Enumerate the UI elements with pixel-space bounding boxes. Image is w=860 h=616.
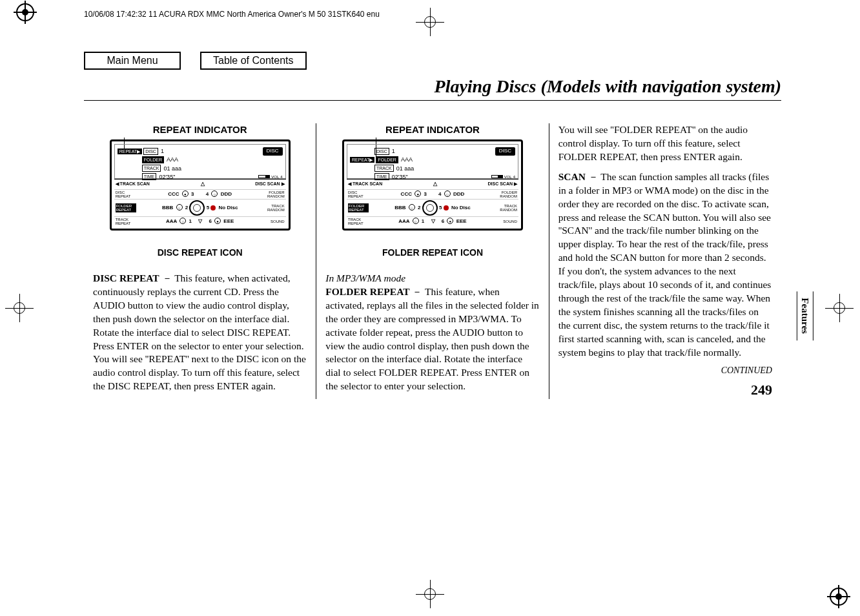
num-circle-icon: ○ <box>176 204 183 210</box>
disc-repeat-label: DISC REPEAT <box>116 190 136 198</box>
track-scan-label: TRACK SCAN <box>348 181 382 188</box>
continued-label: CONTINUED <box>558 365 772 377</box>
track-value: 01 aaa <box>396 165 415 172</box>
document-header: 10/06/08 17:42:32 11 ACURA RDX MMC North… <box>84 10 380 19</box>
repeat-indicator-label-2: REPEAT INDICATOR <box>325 123 539 136</box>
num-circle-icon: ● <box>182 190 189 197</box>
folder-repeat-icon-label: FOLDER REPEAT ICON <box>325 247 539 259</box>
ccc-label: CCC <box>168 191 179 197</box>
track-repeat-label: TRACK REPEAT <box>348 218 369 225</box>
folder-random-label: FOLDER RANDOM <box>264 190 285 198</box>
no-disc-label: No Disc <box>219 205 238 210</box>
page-number: 249 <box>558 380 772 400</box>
volume-bar-icon <box>491 175 503 178</box>
repeat-badge: REPEAT▶ <box>350 157 375 163</box>
no-disc-dot-icon <box>444 205 449 210</box>
num-circle-icon: ● <box>214 218 221 224</box>
ccc-label: CCC <box>401 191 412 197</box>
num-circle-icon: ○ <box>211 190 218 197</box>
disc-badge: DISC <box>263 147 283 156</box>
time-value: 02'35" <box>159 173 175 181</box>
track-value: 01 aaa <box>163 165 181 172</box>
track-label: TRACK <box>142 165 161 172</box>
vol-label: VOL <box>271 174 279 180</box>
eee-label: EEE <box>456 218 467 224</box>
bbb-label: BBB <box>162 205 173 210</box>
num-circle-icon: ○ <box>413 218 419 224</box>
eee-label: EEE <box>223 218 234 224</box>
disc-repeat-icon-label: DISC REPEAT ICON <box>93 247 307 259</box>
folder-repeat-label-side: FOLDER REPEAT <box>116 203 136 212</box>
track-random-label: TRACK RANDOM <box>264 204 285 212</box>
track-number: 1 <box>161 147 164 155</box>
time-value: 02'35" <box>392 173 408 181</box>
vol-label: VOL <box>504 174 512 180</box>
time-label: TIME <box>142 173 157 180</box>
disc-scan-label: DISC SCAN <box>255 181 284 188</box>
no-disc-label: No Disc <box>451 205 471 210</box>
section-tab: Features <box>797 291 814 340</box>
dial-icon <box>422 200 438 216</box>
bbb-label: BBB <box>394 205 405 210</box>
sound-label: SOUND <box>264 220 285 223</box>
disc-badge: DISC <box>495 147 515 156</box>
folder-repeat-continuation: You will see ''FOLDER REPEAT'' on the au… <box>558 123 772 164</box>
time-label: TIME <box>374 173 389 180</box>
disc-label: DISC <box>374 148 389 155</box>
track-label: TRACK <box>374 165 394 172</box>
folder-name: AAA <box>401 156 413 163</box>
folder-name: AAA <box>167 156 178 163</box>
registration-mark-top-left <box>16 3 34 21</box>
folder-label: FOLDER <box>376 156 398 163</box>
num-circle-icon: ● <box>415 190 421 197</box>
ddd-label: DDD <box>221 191 232 197</box>
disc-repeat-label: DISC REPEAT <box>348 190 369 198</box>
track-random-label: TRACK RANDOM <box>497 204 517 212</box>
folder-label: FOLDER <box>142 156 164 163</box>
vol-number: 4 <box>280 174 282 180</box>
disc-scan-label: DISC SCAN <box>488 181 517 188</box>
ddd-label: DDD <box>453 191 464 197</box>
disc-label: DISC <box>143 148 158 155</box>
disc-repeat-paragraph: DISC REPEAT － This feature, when activat… <box>93 272 307 393</box>
triangle-up-icon: △ <box>433 181 437 188</box>
folder-repeat-paragraph: FOLDER REPEAT － This feature, when activ… <box>325 285 539 393</box>
num-circle-icon: ○ <box>409 204 415 210</box>
volume-bar-icon <box>258 175 270 178</box>
track-scan-label: TRACK SCAN <box>116 181 150 188</box>
num-circle-icon: ● <box>447 218 453 224</box>
folder-repeat-label-side: FOLDER REPEAT <box>348 203 369 212</box>
aaa-label: AAA <box>166 218 177 224</box>
num-circle-icon: ○ <box>179 218 186 224</box>
audio-display-disc: DISC REPEAT▶ DISC 1 FOLDER AAA <box>110 139 291 231</box>
toc-button[interactable]: Table of Contents <box>200 52 307 70</box>
mode-line: In MP3/WMA mode <box>325 272 539 285</box>
registration-mark-bottom-right <box>830 588 848 606</box>
num-circle-icon: ○ <box>444 190 451 197</box>
scan-paragraph: SCAN － The scan function samples all tra… <box>558 170 772 360</box>
aaa-label: AAA <box>398 218 409 224</box>
repeat-indicator-label-1: REPEAT INDICATOR <box>93 123 307 136</box>
no-disc-dot-icon <box>210 205 216 210</box>
track-number: 1 <box>392 147 395 155</box>
triangle-up-icon: △ <box>201 181 205 188</box>
repeat-badge: REPEAT▶ <box>118 149 143 154</box>
folder-random-label: FOLDER RANDOM <box>497 190 517 198</box>
main-menu-button[interactable]: Main Menu <box>84 52 181 70</box>
page-title: Playing Discs (Models with navigation sy… <box>84 76 781 97</box>
sound-label: SOUND <box>497 220 517 223</box>
track-repeat-label: TRACK REPEAT <box>116 218 136 225</box>
dial-icon <box>189 200 205 216</box>
audio-display-folder: DISC DISC 1 REPEAT▶ FOLDER AAA <box>342 139 523 231</box>
vol-number: 4 <box>513 174 515 180</box>
